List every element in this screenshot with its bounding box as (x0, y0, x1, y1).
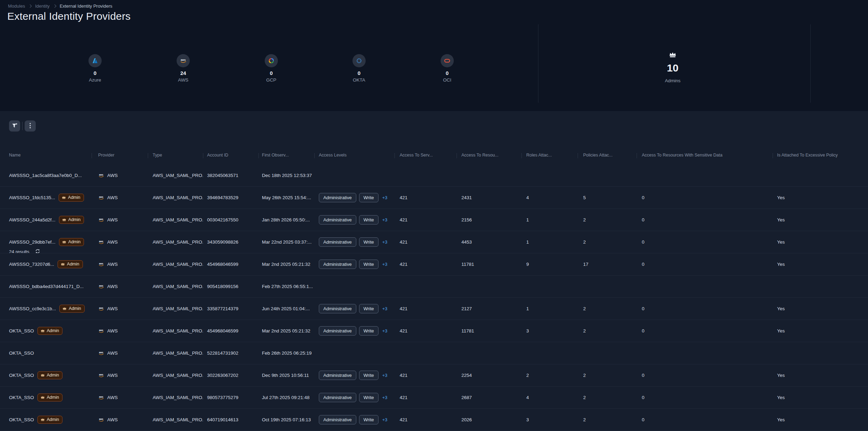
breadcrumb-item-modules[interactable]: Modules (8, 3, 25, 9)
name-cell: AWSSSO_bdba4ed37d444171_D... (9, 284, 92, 289)
table-row[interactable]: AWSSSO_244a5d2f...AdminawsAWSAWS_IAM_SAM… (0, 209, 868, 231)
svg-text:aws: aws (99, 373, 103, 376)
column-header-first-observed[interactable]: First Observ... (258, 153, 314, 158)
aws-provider-icon: aws (98, 284, 104, 289)
sensitive-data-cell: 0 (637, 417, 773, 422)
access-to-services-cell: 421 (394, 262, 457, 267)
more-access-levels[interactable]: +3 (382, 239, 388, 245)
table-row[interactable]: OKTA_SSOAdminawsAWSAWS_IAM_SAML_PRO...98… (0, 387, 868, 409)
type-cell: AWS_IAM_SAML_PRO... (148, 284, 203, 289)
excessive-policy-cell: Yes (773, 195, 868, 200)
table-body: AWSSSO_1ac5ca8f3aa7e0b0_D...awsAWSAWS_IA… (0, 164, 868, 431)
account-id-cell: 343059098826 (203, 239, 258, 245)
table-row[interactable]: OKTA_SSOAdminawsAWSAWS_IAM_SAML_PRO...30… (0, 364, 868, 387)
aws-provider-icon: aws (98, 395, 104, 400)
provider-cell: awsAWS (92, 262, 148, 267)
table-row[interactable]: OKTA_SSOAdminawsAWSAWS_IAM_SAML_PRO...45… (0, 320, 868, 342)
admin-badge: Admin (59, 238, 84, 246)
table-row[interactable]: AWSSSO_29dbb7ef...AdminawsAWSAWS_IAM_SAM… (0, 231, 868, 253)
provider-cell: awsAWS (92, 328, 148, 333)
first-observed-cell: Jan 28th 2026 05:50:... (258, 217, 314, 222)
column-header-access-to-services[interactable]: Access To Serv... (394, 153, 457, 158)
access-levels-cell: AdministrativeWrite+3 (314, 415, 394, 424)
access-level-chip: Administrative (319, 304, 356, 313)
access-levels-cell: AdministrativeWrite+3 (314, 393, 394, 402)
access-to-services-cell: 421 (394, 373, 457, 378)
svg-text:aws: aws (99, 351, 103, 354)
toolbar-divider (22, 122, 23, 130)
sensitive-data-cell: 0 (637, 262, 773, 267)
access-level-chip: Administrative (319, 326, 356, 336)
column-header-excessive-policy[interactable]: Is Attached To Excessive Policy (773, 153, 868, 158)
account-id-cell: 394694783529 (203, 195, 258, 200)
access-level-chip: Write (359, 260, 378, 269)
provider-cell: awsAWS (92, 239, 148, 245)
stat-label: OCI (425, 77, 470, 83)
name-cell: AWSSSO_cc9e3c1b...Admin (9, 305, 92, 313)
admin-badge-label: Admin (47, 417, 59, 422)
more-access-levels[interactable]: +3 (382, 195, 388, 200)
admin-badge-label: Admin (68, 195, 80, 200)
aws-provider-icon: aws (98, 373, 104, 378)
aws-provider-icon: aws (98, 195, 104, 200)
column-header-account-id[interactable]: Account ID (203, 153, 258, 158)
table-row[interactable]: AWSSSO_cc9e3c1b...AdminawsAWSAWS_IAM_SAM… (0, 298, 868, 320)
more-access-levels[interactable]: +3 (382, 328, 388, 333)
access-level-chip: Administrative (319, 415, 356, 424)
more-access-levels[interactable]: +3 (382, 306, 388, 311)
access-level-chip: Write (359, 215, 378, 225)
column-header-roles-attached[interactable]: Roles Attac... (521, 153, 578, 158)
table-row[interactable]: OKTA_SSOAdminawsAWSAWS_IAM_SAML_PRO...64… (0, 409, 868, 431)
sensitive-data-cell: 0 (637, 328, 773, 333)
first-observed-cell: Feb 27th 2025 06:55:1... (258, 284, 314, 289)
aws-provider-icon: aws (98, 329, 104, 333)
account-id-cell: 454968046599 (203, 262, 258, 267)
more-access-levels[interactable]: +3 (382, 395, 388, 400)
column-header-name[interactable]: Name (9, 153, 92, 158)
column-header-type[interactable]: Type (148, 153, 203, 158)
more-access-levels[interactable]: +3 (382, 217, 388, 222)
admin-badge-label: Admin (67, 262, 79, 267)
svg-text:aws: aws (99, 196, 103, 198)
name-cell: AWSSSO_1ac5ca8f3aa7e0b0_D... (9, 173, 92, 178)
admin-badge-label: Admin (69, 306, 81, 311)
provider-label: AWS (107, 350, 118, 356)
access-levels-cell: AdministrativeWrite+3 (314, 260, 394, 269)
svg-text:aws: aws (99, 262, 103, 265)
table-row[interactable]: AWSSSO_73207d6...AdminawsAWSAWS_IAM_SAML… (0, 253, 868, 276)
table-row[interactable]: AWSSSO_1ac5ca8f3aa7e0b0_D...awsAWSAWS_IA… (0, 164, 868, 187)
table-row[interactable]: OKTA_SSOawsAWSAWS_IAM_SAML_PRO...5228147… (0, 342, 868, 364)
access-levels-cell: AdministrativeWrite+3 (314, 371, 394, 380)
access-to-services-cell: 421 (394, 328, 457, 333)
policies-attached-cell: 2 (578, 239, 637, 245)
more-access-levels[interactable]: +3 (382, 262, 388, 267)
first-observed-cell: Oct 19th 2025 07:16:13 (258, 417, 314, 422)
breadcrumb-item-identity[interactable]: Identity (35, 3, 50, 9)
name-cell: OKTA_SSOAdmin (9, 416, 92, 424)
access-to-services-cell: 421 (394, 195, 457, 200)
crown-icon (62, 196, 66, 199)
column-header-sensitive-data[interactable]: Access To Resources With Sensitive Data (637, 153, 773, 158)
provider-cell: awsAWS (92, 195, 148, 200)
column-header-policies-attached[interactable]: Policies Attac... (578, 153, 637, 158)
type-cell: AWS_IAM_SAML_PRO... (148, 350, 203, 356)
column-header-access-to-resources[interactable]: Access To Resou... (457, 153, 521, 158)
more-access-levels[interactable]: +3 (382, 373, 388, 378)
provider-label: AWS (107, 239, 118, 245)
provider-name: OKTA_SSO (9, 328, 34, 333)
more-access-levels[interactable]: +3 (382, 417, 388, 422)
filter-button[interactable] (9, 120, 20, 132)
excessive-policy-cell: Yes (773, 217, 868, 222)
stats-divider (810, 24, 811, 103)
stat-oci: 0 OCI (425, 54, 470, 83)
table-row[interactable]: AWSSSO_bdba4ed37d444171_D...awsAWSAWS_IA… (0, 276, 868, 298)
table-row[interactable]: AWSSSO_1fdc5135...AdminawsAWSAWS_IAM_SAM… (0, 187, 868, 209)
column-header-provider[interactable]: Provider (92, 153, 148, 158)
crown-icon (62, 240, 66, 244)
name-cell: AWSSSO_73207d6...Admin (9, 260, 92, 268)
type-cell: AWS_IAM_SAML_PRO... (148, 417, 203, 422)
access-to-services-cell: 421 (394, 395, 457, 400)
column-header-access-levels[interactable]: Access Levels (314, 153, 394, 158)
provider-label: AWS (107, 217, 118, 222)
more-options-button[interactable] (25, 120, 36, 132)
